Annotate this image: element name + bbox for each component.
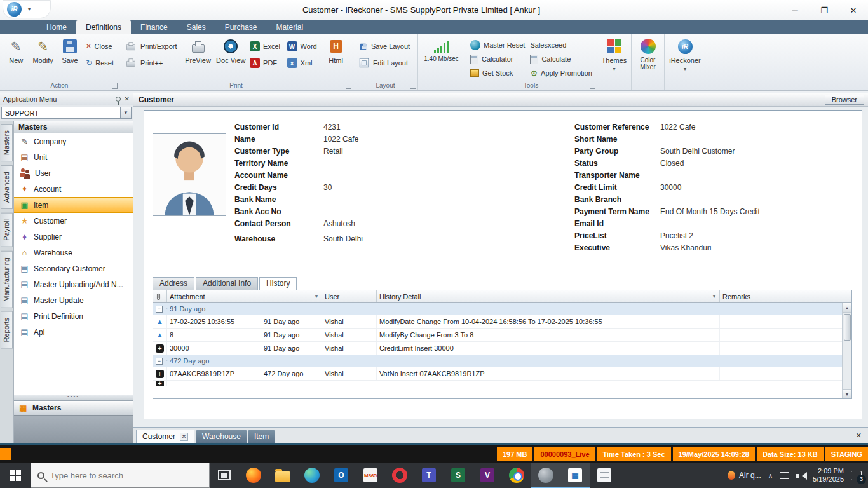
pdf-button[interactable]: A PDF <box>247 57 285 69</box>
group-row-472-days[interactable]: − : 472 Day ago <box>153 355 851 367</box>
close-record-button[interactable]: ✕ Close <box>83 40 116 53</box>
outlook-button[interactable]: O <box>327 463 356 488</box>
vtab-manufacturing[interactable]: Manufacturing <box>1 251 13 308</box>
grid-scrollbar[interactable]: ▲ ▼ <box>842 303 851 398</box>
ireckoner-button[interactable]: iR iReckoner ▾ <box>667 36 703 72</box>
sidebar-item-print-definition[interactable]: ▤ Print Definition <box>14 308 133 324</box>
print-launcher-icon[interactable] <box>346 83 351 89</box>
new-button[interactable]: ✎ New <box>3 36 29 64</box>
maximize-button[interactable]: ❐ <box>810 0 839 20</box>
weather-widget[interactable]: Air q... <box>728 471 761 480</box>
tab-history[interactable]: History <box>259 277 297 290</box>
save-button[interactable]: Save <box>57 36 83 64</box>
firefox-button[interactable] <box>239 463 268 488</box>
calculate-button[interactable]: Calculate <box>527 53 594 65</box>
sidebar-item-supplier[interactable]: ♦ Supplier <box>14 229 133 245</box>
sidebar-item-item[interactable]: ▣ Item <box>14 197 133 213</box>
masters-bottom-button[interactable]: ▦ Masters <box>14 400 133 415</box>
doc-tab-item[interactable]: Item <box>248 430 275 443</box>
tabbar-close-icon[interactable]: ✕ <box>856 431 865 440</box>
sidebar-item-company[interactable]: ✎ Company <box>14 133 133 149</box>
column-header-user[interactable]: User <box>322 290 377 302</box>
notification-icon[interactable]: 3 <box>851 471 862 480</box>
print-plus-button[interactable]: Print++ <box>122 57 182 69</box>
column-header-history-detail[interactable]: History Detail▼ <box>377 290 720 302</box>
doc-view-button[interactable]: Doc View <box>214 36 247 64</box>
panel-close-icon[interactable]: ✕ <box>125 95 130 102</box>
color-mixer-button[interactable]: Color Mixer <box>634 36 661 71</box>
filter-icon[interactable]: ▼ <box>314 294 319 299</box>
minimize-button[interactable]: ─ <box>780 0 810 20</box>
active-app-button[interactable] <box>531 463 560 488</box>
history-row[interactable]: + 30000 91 Day ago Vishal CreditLimit In… <box>153 342 851 355</box>
sidebar-item-customer[interactable]: ★ Customer <box>14 213 133 229</box>
notepad-button[interactable] <box>590 463 619 488</box>
edge-button[interactable] <box>297 463 327 488</box>
taskbar-search[interactable] <box>31 463 210 488</box>
column-header-age[interactable]: ▼ <box>261 290 322 302</box>
tab-additional-info[interactable]: Additional Info <box>196 277 258 290</box>
display-icon[interactable] <box>780 472 789 479</box>
browser-button[interactable]: Browser <box>825 95 864 105</box>
sharepoint-button[interactable]: S <box>444 463 473 488</box>
print-export-button[interactable]: Print/Export <box>122 40 182 53</box>
save-layout-button[interactable]: Save Layout <box>356 40 412 53</box>
collapse-icon[interactable]: − <box>156 306 163 313</box>
reset-button[interactable]: ↻ Reset <box>83 57 116 69</box>
close-button[interactable]: ✕ <box>839 0 868 20</box>
history-row[interactable]: ▲ 17-02-2025 10:36:55 91 Day ago Vishal … <box>153 315 851 329</box>
search-input[interactable] <box>50 471 203 480</box>
teams-button[interactable]: T <box>414 463 444 488</box>
whiteboard-button[interactable]: ▦ <box>560 463 590 488</box>
tab-finance[interactable]: Finance <box>131 20 177 34</box>
file-explorer-button[interactable] <box>268 463 297 488</box>
sidebar-item-account[interactable]: ✦ Account <box>14 181 133 197</box>
sidebar-item-master-update[interactable]: ▤ Master Update <box>14 292 133 308</box>
group-row-91-days[interactable]: − : 91 Day ago <box>153 303 851 315</box>
layout-launcher-icon[interactable] <box>410 83 416 89</box>
edit-layout-button[interactable]: Edit Layout <box>356 57 412 69</box>
pin-icon[interactable] <box>116 97 121 102</box>
vtab-payroll[interactable]: Payroll <box>1 213 13 247</box>
opera-button[interactable] <box>385 463 414 488</box>
apply-promotion-button[interactable]: ⚙ Apply Promotion <box>527 67 594 79</box>
calculator-button[interactable]: Calculator <box>468 53 527 65</box>
sidebar-item-unit[interactable]: ▤ Unit <box>14 149 133 165</box>
scroll-up-icon[interactable]: ▲ <box>843 303 852 313</box>
action-launcher-icon[interactable] <box>112 83 118 89</box>
history-row[interactable]: ▲ 8 91 Day ago Vishal ModifyBy Change Fr… <box>153 329 851 342</box>
sidebar-item-master-uploading[interactable]: ▤ Master Uploading/Add N... <box>14 276 133 292</box>
volume-icon[interactable] <box>796 471 806 480</box>
attachment-column-icon-header[interactable] <box>153 290 167 302</box>
history-row[interactable]: + 07AAKCB9819R1ZP 472 Day ago Vishal Vat… <box>153 367 851 381</box>
doc-tab-customer[interactable]: Customer ✕ <box>136 430 194 443</box>
scrollbar-thumb[interactable] <box>844 314 851 341</box>
get-stock-button[interactable]: Get Stock <box>468 67 527 79</box>
tab-address[interactable]: Address <box>153 277 194 290</box>
sidebar-item-warehouse[interactable]: ⌂ Warehouse <box>14 245 133 261</box>
excel-button[interactable]: X Excel <box>247 40 285 53</box>
support-dropdown[interactable]: SUPPORT ▼ <box>1 107 132 119</box>
visual-studio-button[interactable]: V <box>473 463 502 488</box>
tab-sales[interactable]: Sales <box>177 20 215 34</box>
sidebar-item-secondary-customer[interactable]: ▤ Secondary Customer <box>14 261 133 276</box>
task-view-button[interactable] <box>210 463 239 488</box>
vtab-masters[interactable]: Masters <box>1 124 13 161</box>
tab-purchase[interactable]: Purchase <box>215 20 267 34</box>
vtab-advanced[interactable]: Advanced <box>1 165 13 209</box>
chrome-button[interactable] <box>502 463 531 488</box>
tab-definitions[interactable]: Definitions <box>76 20 131 34</box>
start-button[interactable] <box>0 463 31 488</box>
sidebar-item-api[interactable]: ▤ Api <box>14 324 133 340</box>
column-header-remarks[interactable]: Remarks <box>720 290 851 302</box>
html-button[interactable]: H Html <box>322 36 350 64</box>
tools-launcher-icon[interactable] <box>590 83 595 89</box>
tab-close-icon[interactable]: ✕ <box>180 433 188 441</box>
quick-access-toolbar[interactable]: iR ▾ <box>3 0 51 18</box>
salesxceed-button[interactable]: Salesxceed <box>527 39 594 51</box>
vtab-reports[interactable]: Reports <box>1 311 13 349</box>
tab-home[interactable]: Home <box>37 20 76 34</box>
tab-material[interactable]: Material <box>266 20 313 34</box>
collapse-icon[interactable]: − <box>156 358 163 365</box>
modify-button[interactable]: ✎ Modify <box>29 36 56 64</box>
